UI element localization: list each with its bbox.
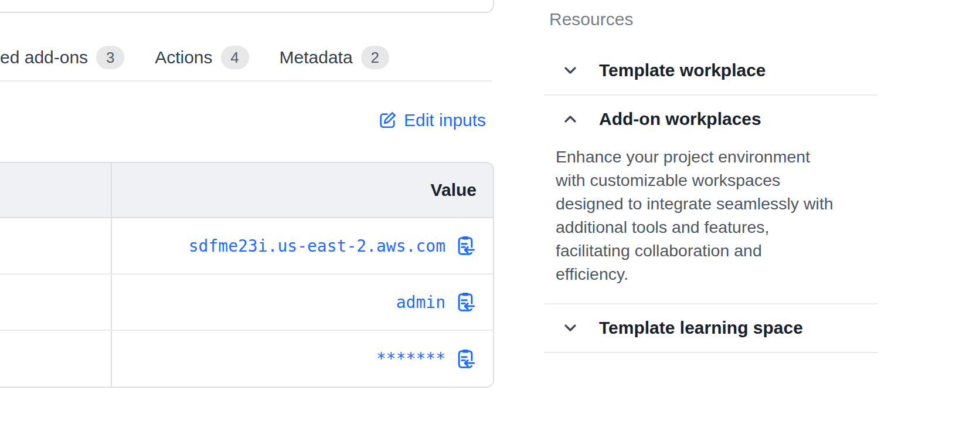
tab-count-badge: 3 xyxy=(96,46,124,69)
edit-inputs-label: Edit inputs xyxy=(404,110,486,130)
accordion-header[interactable]: Template learning space xyxy=(544,318,878,338)
clipboard-copy-icon[interactable] xyxy=(455,348,475,370)
accordion-section-add-on-workplaces: Add-on workplaces Enhance your project e… xyxy=(544,96,878,304)
table-header-row: Value xyxy=(0,163,493,218)
inputs-table: Value sdfme23i.us-east-2.aws.com xyxy=(0,162,494,388)
edit-inputs-button[interactable]: Edit inputs xyxy=(378,110,486,130)
accordion-header[interactable]: Template workplace xyxy=(544,60,878,80)
chevron-up-icon xyxy=(563,111,578,127)
table-cell-name xyxy=(0,274,112,330)
clipboard-copy-icon[interactable] xyxy=(455,235,475,256)
screen: ed add-ons 3 Actions 4 Metadata 2 Edit i… xyxy=(0,0,980,427)
table-cell-name xyxy=(0,331,112,387)
table-row: admin xyxy=(0,274,493,331)
accordion-description: Enhance your project environment with cu… xyxy=(556,145,858,286)
table-header-name xyxy=(0,163,112,217)
tab-metadata[interactable]: Metadata 2 xyxy=(280,46,389,69)
accordion-section-template-workplace: Template workplace xyxy=(544,47,878,96)
clipboard-copy-icon[interactable] xyxy=(455,292,475,313)
tab-label: Actions xyxy=(155,48,212,67)
resources-panel: Resources Template workplace xyxy=(544,9,878,353)
table-row: ******* xyxy=(0,331,493,387)
tab-count-badge: 4 xyxy=(221,46,249,69)
tab-actions[interactable]: Actions 4 xyxy=(155,46,249,69)
accordion-title: Template workplace xyxy=(599,60,766,80)
value-masked[interactable]: ******* xyxy=(376,349,445,368)
value-link[interactable]: admin xyxy=(396,293,445,312)
tab-label: ed add-ons xyxy=(0,48,88,67)
table-cell-value: ******* xyxy=(112,331,493,387)
resources-accordion: Template workplace Add-on workplaces Enh… xyxy=(544,47,878,353)
table-cell-value: admin xyxy=(112,274,493,330)
accordion-title: Template learning space xyxy=(599,318,803,338)
chevron-down-icon xyxy=(563,63,578,78)
resources-heading: Resources xyxy=(544,9,878,29)
table-header-value: Value xyxy=(112,163,493,217)
tab-bar-divider xyxy=(0,80,492,82)
tab-bar: ed add-ons 3 Actions 4 Metadata 2 xyxy=(0,46,389,69)
value-link[interactable]: sdfme23i.us-east-2.aws.com xyxy=(189,236,445,256)
tab-count-badge: 2 xyxy=(361,46,389,69)
accordion-title: Add-on workplaces xyxy=(599,109,761,129)
accordion-section-template-learning-space: Template learning space xyxy=(544,304,878,353)
edit-pencil-square-icon xyxy=(378,111,397,130)
table-cell-name xyxy=(0,218,112,273)
table-cell-value: sdfme23i.us-east-2.aws.com xyxy=(112,218,493,273)
tab-label: Metadata xyxy=(280,48,353,67)
accordion-header[interactable]: Add-on workplaces xyxy=(544,109,878,129)
card-above xyxy=(0,0,494,13)
tab-installed-add-ons[interactable]: ed add-ons 3 xyxy=(0,46,124,69)
table-row: sdfme23i.us-east-2.aws.com xyxy=(0,218,493,274)
chevron-down-icon xyxy=(563,320,578,336)
